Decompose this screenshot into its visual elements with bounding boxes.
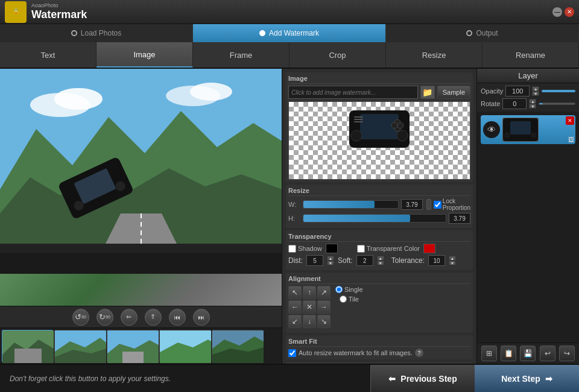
smartfit-section: Smart Fit Auto resize watermark to fit a… [286,335,473,359]
prev-image-button[interactable]: ⏮ [169,309,186,326]
svg-point-8 [190,83,232,101]
tab-image[interactable]: Image [96,42,193,68]
thumbnail-5[interactable] [212,330,263,362]
transparent-color-label[interactable]: Transparent Color [357,245,420,253]
tile-radio-label[interactable]: Tile [340,296,359,303]
svg-point-42 [504,132,510,138]
h-slider[interactable] [303,214,446,223]
flip-v-button[interactable]: ⇑ [145,309,162,326]
hint-area: Don't forget click this button to apply … [0,365,370,392]
dist-input[interactable] [306,255,323,266]
tab-rename[interactable]: Rename [482,42,579,68]
tolerance-input[interactable] [428,255,445,266]
soft-up[interactable]: ▲ [377,256,384,261]
layer-undo-button[interactable]: ↩ [540,346,555,361]
layer-eye-icon[interactable]: 👁 [483,121,500,138]
navigation-buttons: ⬅ Previous Step Next Step ➡ [370,365,579,392]
rotate-cw-button[interactable]: ↻90 [96,309,113,326]
w-slider[interactable] [303,200,399,209]
tab-frame[interactable]: Frame [193,42,290,68]
step-add-watermark[interactable]: Add Watermark [193,24,386,42]
w-label: W: [288,201,300,208]
rotate-spin: ▲ ▼ [529,99,536,109]
rotate-ccw-button[interactable]: ↺90 [72,309,89,326]
w-input[interactable] [401,199,423,210]
align-top-right[interactable]: ↗ [317,286,331,299]
align-bot-center[interactable]: ↓ [303,315,316,328]
align-mid-right[interactable]: → [317,300,331,314]
rotate-down[interactable]: ▼ [529,104,536,109]
close-button[interactable]: ✕ [565,7,574,17]
opacity-slider[interactable] [542,90,575,92]
rotate-input[interactable] [502,98,527,109]
lock-checkbox[interactable] [434,201,441,209]
layer-copy-button[interactable]: 📋 [501,346,516,361]
rotate-slider[interactable] [539,103,575,105]
next-image-button[interactable]: ⏭ [193,309,210,326]
image-path-input[interactable] [288,86,418,99]
rotate-label: Rotate [481,100,500,107]
soft-down[interactable]: ▼ [377,261,384,265]
shadow-checkbox[interactable] [288,245,296,253]
step-output[interactable]: Output [386,24,579,42]
thumbnail-4[interactable] [159,330,210,362]
tab-resize[interactable]: Resize [386,42,482,68]
single-radio-label[interactable]: Single [335,286,363,293]
step-load-photos[interactable]: Load Photos [0,24,193,42]
align-top-left[interactable]: ↖ [288,286,302,299]
previous-step-button[interactable]: ⬅ Previous Step [370,365,475,392]
align-center[interactable]: ✕ [303,300,316,314]
tab-text[interactable]: Text [0,42,96,68]
transparent-color-checkbox[interactable] [357,245,365,253]
align-bot-left[interactable]: ↙ [288,315,302,328]
layer-item-1[interactable]: 👁 ✕ 🖼 [481,115,575,144]
layer-redo-button[interactable]: ↪ [559,346,575,361]
thumbnail-3[interactable] [107,330,158,362]
thumbnail-2[interactable] [54,330,106,362]
opacity-input[interactable] [505,86,530,96]
align-bot-right[interactable]: ↘ [317,315,331,328]
tolerance-up[interactable]: ▲ [449,256,456,261]
opacity-row: Opacity ▲ ▼ [481,86,575,96]
flip-h-button[interactable]: ⇐ [121,309,138,326]
align-top-center[interactable]: ↑ [303,286,316,299]
auto-resize-checkbox[interactable] [288,349,296,357]
layer-bottom-buttons: ⊞ 📋 💾 ↩ ↪ [477,343,579,364]
alignment-section: Alignment ↖ ↑ ↗ ← ✕ → ↙ ↓ ↘ Single [286,273,473,333]
thumbnail-1[interactable] [2,330,53,362]
tile-radio[interactable] [340,296,347,303]
help-icon[interactable]: ? [415,349,423,357]
layer-close-button[interactable]: ✕ [566,116,574,125]
shadow-label[interactable]: Shadow [288,245,322,253]
transparent-color-box[interactable] [423,244,435,253]
tolerance-label: Tolerance: [391,256,425,265]
tolerance-down[interactable]: ▼ [449,261,456,265]
layer-save-button[interactable]: 💾 [520,346,536,361]
align-mid-left[interactable]: ← [288,300,302,314]
layer-preview-thumbnail [502,118,539,142]
opacity-up[interactable]: ▲ [532,86,539,91]
layer-new-button[interactable]: ⊞ [481,346,497,361]
main-area: ↺90 ↻90 ⇐ ⇑ ⏮ ⏭ [0,69,579,364]
dist-up[interactable]: ▲ [327,256,334,261]
soft-input[interactable] [356,255,373,266]
next-arrow-icon: ➡ [545,374,552,384]
dist-down[interactable]: ▼ [327,261,334,265]
svg-rect-34 [354,119,363,120]
opacity-down[interactable]: ▼ [532,91,539,96]
h-input[interactable] [449,213,470,224]
browse-button[interactable]: 📁 [420,86,435,99]
layer-thumbnail-area: 👁 ✕ 🖼 [477,112,579,343]
single-radio[interactable] [335,286,343,293]
opacity-label: Opacity [481,87,503,95]
soft-label: Soft: [338,256,353,265]
layer-psp-preview [503,118,538,141]
image-section: Image 📁 Sample [286,72,473,182]
next-step-button[interactable]: Next Step ➡ [475,365,579,392]
shadow-color-box[interactable] [326,244,338,253]
tab-crop[interactable]: Crop [290,42,386,68]
sample-button[interactable]: Sample [437,86,470,99]
minimize-button[interactable]: — [552,7,562,17]
app-subtitle: AoaoPhoto [31,2,87,8]
rotate-up[interactable]: ▲ [529,99,536,104]
